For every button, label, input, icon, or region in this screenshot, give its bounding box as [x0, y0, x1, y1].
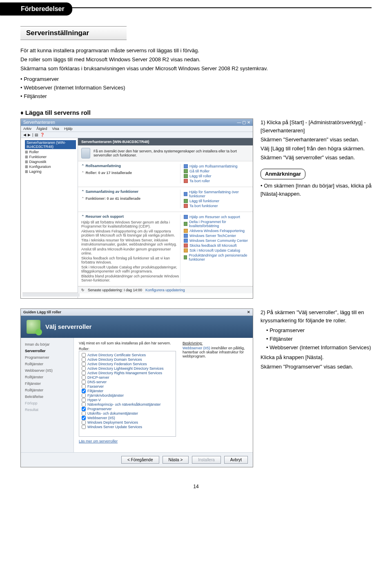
- res-link[interactable]: Skicka feedback till Microsoft: [184, 243, 249, 248]
- expand-icon[interactable]: ⌃: [81, 164, 85, 168]
- role-checkbox[interactable]: [82, 416, 86, 420]
- cancel-button[interactable]: Avbryt: [224, 456, 248, 464]
- wiz-nav-item[interactable]: Webbserver (IIS): [25, 367, 69, 374]
- role-item[interactable]: Active Directory Domain Services: [82, 357, 173, 362]
- sm-tree[interactable]: Serverhanteraren (WIN-8U4CD3CTR48) ⊞ Rol…: [21, 138, 78, 298]
- tree-node[interactable]: ⊞ Diagnostik: [22, 159, 76, 164]
- note-item: Om skärmen [Innan du börjar] visas, klic…: [261, 182, 372, 198]
- res-link[interactable]: Produktändringar och pensionerade funkti…: [184, 253, 249, 262]
- desc-label: Beskrivning:: [183, 341, 248, 345]
- role-checkbox[interactable]: [82, 411, 86, 415]
- expand-icon[interactable]: ⌃: [81, 197, 85, 201]
- role-item[interactable]: Fjärrskrivbordstjänster: [82, 393, 173, 398]
- role-item[interactable]: Filtjänster: [82, 389, 173, 393]
- tree-node[interactable]: ⊞ Lagring: [22, 169, 76, 174]
- role-checkbox[interactable]: [82, 393, 86, 398]
- role-checkbox[interactable]: [82, 389, 86, 393]
- role-item[interactable]: DNS-server: [82, 380, 173, 384]
- expand-icon[interactable]: ⌃: [81, 190, 85, 194]
- tree-node[interactable]: ⊞ Roller: [22, 150, 76, 154]
- remove-roles-link[interactable]: Ta bort roller: [184, 179, 249, 183]
- role-checkbox[interactable]: [82, 425, 86, 429]
- wiz-nav-item[interactable]: Rolltjänster: [25, 387, 69, 393]
- intro-p1: För att kunna installera programvaran må…: [20, 47, 372, 55]
- next-button[interactable]: Nästa >: [163, 456, 189, 464]
- toolbar-icon[interactable]: ❓: [40, 133, 45, 137]
- role-item[interactable]: Nätverksprincip- och nätverksåtkomsttjän…: [82, 402, 173, 407]
- prev-button[interactable]: < Föregående: [121, 456, 159, 464]
- menu-item[interactable]: Hjälp: [64, 127, 73, 131]
- role-checkbox[interactable]: [82, 420, 86, 424]
- wiz-nav-item[interactable]: Rolltjänster: [25, 361, 69, 367]
- role-item[interactable]: Programserver: [82, 407, 173, 411]
- role-item[interactable]: Utskrifts- och dokumenttjänster: [82, 411, 173, 416]
- toolbar-icon[interactable]: ▤: [35, 133, 38, 137]
- close-icon[interactable]: ✕: [247, 310, 250, 314]
- help-link[interactable]: Hjälp om Resurser och support: [184, 214, 249, 219]
- roles-listbox[interactable]: Active Directory Certificate ServicesAct…: [79, 351, 176, 437]
- expand-icon[interactable]: ⌃: [81, 214, 85, 219]
- nav-back-icon[interactable]: ◀: [23, 133, 26, 137]
- tree-node[interactable]: ⊞ Konfiguration: [22, 164, 76, 169]
- wiz-nav-item[interactable]: Innan du börjar: [25, 341, 69, 348]
- menu-item[interactable]: Arkiv: [23, 127, 31, 131]
- help-link[interactable]: Hjälp om Rollsammanfattning: [184, 164, 249, 169]
- role-checkbox[interactable]: [82, 398, 86, 402]
- role-checkbox[interactable]: [82, 362, 86, 366]
- wiz-nav-item[interactable]: Rolltjänster: [25, 374, 69, 380]
- res-link[interactable]: Windows Server Community Center: [184, 238, 249, 243]
- menu-item[interactable]: Åtgärd: [36, 127, 47, 131]
- role-checkbox[interactable]: [82, 375, 86, 380]
- role-checkbox[interactable]: [82, 407, 86, 411]
- res-link[interactable]: Delta i Programmet för kvalitetsförbättr…: [184, 219, 249, 228]
- help-link[interactable]: Hjälp för Sammanfattning över funktioner: [184, 190, 249, 199]
- wiz-nav-item[interactable]: Bekräftelse: [25, 393, 69, 400]
- menu-item[interactable]: Visa: [52, 127, 59, 131]
- link-icon: [184, 229, 188, 233]
- role-item[interactable]: Active Directory Rights Management Servi…: [82, 371, 173, 375]
- res-link[interactable]: Windows Server TechCenter: [184, 233, 249, 238]
- role-checkbox[interactable]: [82, 402, 86, 406]
- remove-features-link[interactable]: Ta bort funktioner: [184, 203, 249, 208]
- tree-node[interactable]: ⊞ Funktioner: [22, 154, 76, 159]
- role-item[interactable]: Active Directory Federation Services: [82, 362, 173, 366]
- role-item[interactable]: Faxserver: [82, 384, 173, 389]
- sm-breadcrumb: Serverhanteraren (WIN-8U4CD3CTR48): [78, 138, 253, 145]
- wiz-nav-item[interactable]: Programserver: [25, 354, 69, 361]
- role-label: Filtjänster: [87, 389, 103, 393]
- role-item[interactable]: DHCP-server: [82, 375, 173, 380]
- role-item[interactable]: Windows Deployment Services: [82, 420, 173, 425]
- sm-menubar[interactable]: Arkiv Åtgärd Visa Hjälp: [21, 126, 253, 132]
- role-item[interactable]: Webbserver (IIS): [82, 416, 173, 420]
- wiz-nav-item[interactable]: Filtjänster: [25, 380, 69, 387]
- wiz-nav[interactable]: Innan du börjar Serverroller Programserv…: [21, 338, 74, 452]
- role-item[interactable]: Hyper-V: [82, 398, 173, 402]
- nav-fwd-icon[interactable]: ▶: [28, 133, 31, 137]
- role-checkbox[interactable]: [82, 371, 86, 375]
- refresh-icon[interactable]: ↻: [81, 288, 85, 292]
- intro-p2: De roller som läggs till med Microsoft W…: [20, 56, 372, 64]
- goto-roles-link[interactable]: Gå till Roller: [184, 169, 249, 174]
- expand-icon[interactable]: ⌃: [81, 171, 85, 175]
- wiz-nav-item-active[interactable]: Serverroller: [25, 348, 69, 354]
- tree-scrollbar[interactable]: [22, 293, 80, 297]
- footer-config-link[interactable]: Konfigurera uppdatering: [145, 288, 185, 292]
- role-item[interactable]: Active Directory Lightweight Directory S…: [82, 366, 173, 371]
- add-roles-link[interactable]: Lägg till roller: [184, 174, 249, 179]
- role-item[interactable]: Active Directory Certificate Services: [82, 353, 173, 357]
- window-controls[interactable]: — ▢ ✕: [237, 120, 250, 125]
- sm-toolbar[interactable]: ◀ ▶ | ▤ ❓: [21, 132, 253, 138]
- role-item[interactable]: Windows Server Update Services: [82, 425, 173, 429]
- role-checkbox[interactable]: [82, 357, 86, 362]
- role-checkbox[interactable]: [82, 384, 86, 389]
- tree-root[interactable]: Serverhanteraren (WIN-8U4CD3CTR48): [25, 140, 76, 149]
- res-link[interactable]: Sök i Microsoft Update Catalog: [184, 248, 249, 253]
- learn-more-link[interactable]: Läs mer om serverroller: [79, 439, 176, 443]
- role-checkbox[interactable]: [82, 366, 86, 371]
- res-link[interactable]: Aktivera Windows Felrapportering: [184, 228, 249, 233]
- add-features-link[interactable]: Lägg till funktioner: [184, 199, 249, 203]
- role-checkbox[interactable]: [82, 380, 86, 384]
- intro-p3: Skärmarna som förklaras i bruksanvisning…: [20, 65, 372, 73]
- role-checkbox[interactable]: [82, 353, 86, 357]
- desc-link[interactable]: Webbserver (IIS): [183, 346, 210, 350]
